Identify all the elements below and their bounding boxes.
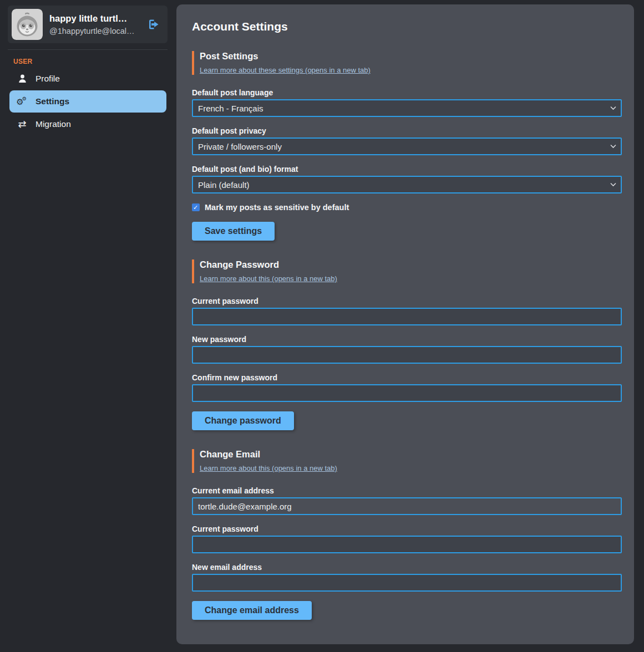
current-password-field: Current password [192,297,622,325]
email-current-password-field: Current password [192,524,622,553]
sidebar-item-profile[interactable]: Profile [9,68,166,90]
change-email-header: Change Email Learn more about this (open… [192,449,622,473]
gears-icon: ⚙⚙ [17,98,28,106]
sidebar-item-label: Settings [36,96,69,106]
user-name: happy little turtl… [49,13,140,24]
change-email-button[interactable]: Change email address [192,601,312,620]
sidebar-section-label: USER [13,58,176,65]
confirm-new-password-field: Confirm new password [192,373,622,402]
field-label: Default post language [192,88,622,97]
field-label: New password [192,335,622,344]
sidebar-item-migration[interactable]: ⇄ Migration [9,113,166,135]
user-info: happy little turtl… @1happyturtle@local… [49,13,140,35]
user-icon [17,74,28,83]
account-settings-panel: Account Settings Post Settings Learn mor… [176,4,634,644]
new-email-field: New email address [192,563,622,592]
field-label: Current email address [192,486,622,495]
default-post-privacy-field: Default post privacy Private / followers… [192,126,622,155]
default-post-format-field: Default post (and bio) format Plain (def… [192,165,622,193]
transfer-arrows-icon: ⇄ [17,119,28,129]
field-label: Confirm new password [192,373,622,382]
default-post-privacy-select[interactable]: Private / followers-only [192,137,622,155]
save-settings-button[interactable]: Save settings [192,222,275,241]
post-settings-header: Post Settings Learn more about these set… [192,51,622,75]
field-label: New email address [192,563,622,572]
app-window: happy little turtl… @1happyturtle@local…… [0,0,644,652]
user-handle: @1happyturtle@local… [49,27,140,35]
change-email-learn-more-link[interactable]: Learn more about this (opens in a new ta… [200,464,337,472]
current-password-input[interactable] [192,308,622,325]
logout-button[interactable] [146,17,161,32]
field-label: Current password [192,524,622,533]
section-heading: Post Settings [200,51,622,62]
new-password-input[interactable] [192,346,622,364]
change-password-button[interactable]: Change password [192,411,294,430]
sign-out-icon [147,18,160,31]
settings-sidebar: happy little turtl… @1happyturtle@local…… [0,0,176,652]
sidebar-item-label: Profile [36,74,60,84]
sensitive-by-default-row: Mark my posts as sensitive by default [192,203,622,212]
change-password-header: Change Password Learn more about this (o… [192,259,622,283]
section-heading: Change Password [200,259,622,270]
sidebar-item-label: Migration [36,119,71,129]
sidebar-divider [8,49,168,50]
default-post-language-select[interactable]: French - Français [192,99,622,117]
email-current-password-input[interactable] [192,536,622,553]
page-title: Account Settings [192,20,622,33]
current-email-field: Current email address [192,486,622,515]
post-settings-section: Post Settings Learn more about these set… [192,51,622,241]
new-password-field: New password [192,335,622,364]
avatar [12,9,43,40]
change-email-section: Change Email Learn more about this (open… [192,449,622,620]
sidebar-item-settings[interactable]: ⚙⚙ Settings [9,90,166,113]
checkbox-label: Mark my posts as sensitive by default [205,203,349,212]
change-password-learn-more-link[interactable]: Learn more about this (opens in a new ta… [200,274,337,283]
user-card: happy little turtl… @1happyturtle@local… [8,6,168,43]
section-heading: Change Email [200,449,622,460]
change-password-section: Change Password Learn more about this (o… [192,259,622,430]
current-email-input[interactable] [192,497,622,515]
field-label: Current password [192,297,622,305]
confirm-new-password-input[interactable] [192,384,622,402]
sensitive-checkbox[interactable] [192,203,200,211]
new-email-input[interactable] [192,574,622,592]
post-settings-learn-more-link[interactable]: Learn more about these settings (opens i… [200,66,371,74]
field-label: Default post (and bio) format [192,165,622,174]
default-post-format-select[interactable]: Plain (default) [192,176,622,193]
default-post-language-field: Default post language French - Français [192,88,622,117]
field-label: Default post privacy [192,126,622,135]
